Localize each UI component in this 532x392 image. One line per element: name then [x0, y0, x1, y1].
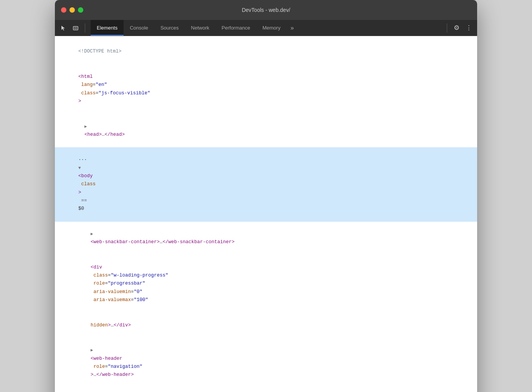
div-loading-progress-line[interactable]: <div class="w-loading-progress" role="pr… [55, 255, 477, 313]
doctype-line: <!DOCTYPE html> [55, 39, 477, 64]
minimize-button[interactable] [69, 7, 75, 13]
inspect-box-icon[interactable] [70, 23, 81, 33]
tab-elements[interactable]: Elements [91, 20, 124, 36]
devtools-window: DevTools - web.dev/ Elements Cons [55, 0, 477, 392]
title-bar: DevTools - web.dev/ [55, 0, 477, 20]
traffic-lights [61, 7, 83, 13]
close-button[interactable] [61, 7, 66, 13]
tab-bar: Elements Console Sources Network Perform… [55, 20, 477, 36]
tab-console[interactable]: Console [124, 20, 154, 36]
tab-performance[interactable]: Performance [215, 20, 256, 36]
more-options-icon[interactable]: ⋮ [463, 23, 474, 33]
head-line[interactable]: ▶ <head>…</head> [55, 114, 477, 147]
tab-network[interactable]: Network [185, 20, 216, 36]
svg-rect-0 [73, 26, 78, 30]
div-loading-hidden-line[interactable]: hidden>…</div> [55, 313, 477, 338]
html-open-line[interactable]: <html lang="en" class="js-focus-visible"… [55, 64, 477, 114]
tab-bar-right-divider [447, 23, 447, 33]
elements-panel: <!DOCTYPE html> <html lang="en" class="j… [55, 36, 477, 392]
cursor-icon[interactable] [58, 23, 69, 33]
svg-rect-1 [74, 28, 77, 29]
tab-bar-left-icons [58, 23, 88, 33]
tab-bar-right-icons: ⚙ ⋮ [444, 23, 474, 33]
maximize-button[interactable] [78, 7, 83, 13]
window-title: DevTools - web.dev/ [242, 7, 290, 13]
web-header-line[interactable]: ▶ <web-header role="navigation" >…</web-… [55, 338, 477, 388]
more-tabs-button[interactable]: » [287, 20, 298, 36]
body-line[interactable]: ··· ▼ <body class > == $0 [55, 147, 477, 221]
web-side-nav-line[interactable]: ▶ <web-side-nav class aria-hidden="true"… [55, 388, 477, 392]
tab-memory[interactable]: Memory [256, 20, 287, 36]
main-tabs: Elements Console Sources Network Perform… [91, 20, 298, 36]
tab-bar-divider [85, 23, 85, 33]
tab-sources[interactable]: Sources [154, 20, 185, 36]
settings-icon[interactable]: ⚙ [451, 23, 462, 33]
web-snackbar-line[interactable]: ▶ <web-snackbar-container>…</web-snackba… [55, 222, 477, 255]
